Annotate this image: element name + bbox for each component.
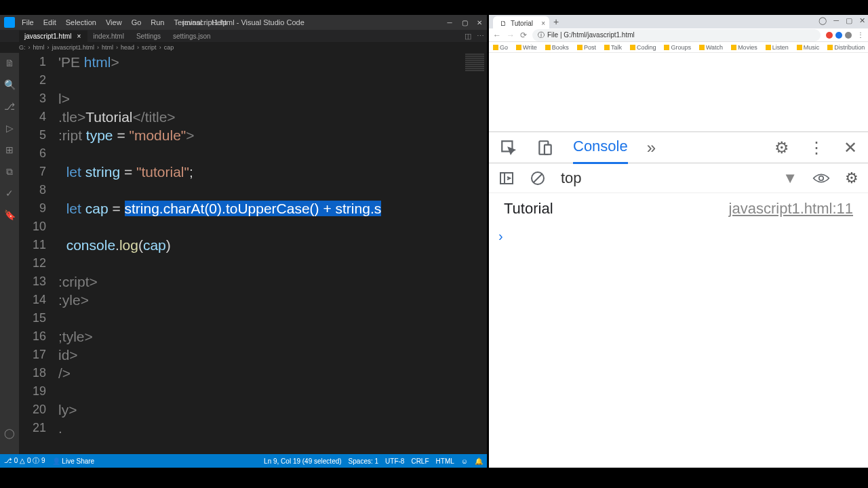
log-source-link[interactable]: javascript1.html:11 [729, 200, 853, 218]
menu-terminal[interactable]: Terminal [174, 18, 203, 26]
status-spaces[interactable]: Spaces: 1 [349, 458, 378, 465]
bookmark-item[interactable]: Movies [731, 44, 757, 51]
window-maximize-button[interactable]: ▢ [846, 16, 852, 25]
minimap[interactable] [462, 53, 487, 468]
devtools-close-icon[interactable]: ✕ [844, 138, 857, 157]
breadcrumb-item[interactable]: cap [164, 44, 174, 51]
test-icon[interactable]: ✓ [3, 187, 16, 199]
status-live-share[interactable]: 👤 Live Share [52, 458, 95, 465]
explorer-icon[interactable]: 🗎 [3, 57, 16, 69]
bookmark-item[interactable]: Distribution [827, 44, 865, 51]
console-sidebar-toggle-icon[interactable] [498, 170, 515, 186]
run-debug-icon[interactable]: ▷ [3, 122, 16, 134]
code-line[interactable]: 9 let cap = string.charAt(0).toUpperCase… [19, 199, 487, 218]
status-cursor[interactable]: Ln 9, Col 19 (49 selected) [264, 458, 342, 465]
editor-tab-javascript1[interactable]: javascript1.html × [19, 30, 87, 42]
code-line[interactable]: 6 [19, 144, 487, 163]
device-toolbar-icon[interactable] [536, 139, 554, 157]
code-line[interactable]: 2 [19, 71, 487, 89]
devtools-settings-icon[interactable]: ⚙ [774, 138, 789, 157]
menu-run[interactable]: Run [151, 18, 164, 26]
code-line[interactable]: 21. [19, 419, 487, 437]
console-prompt[interactable]: › [489, 224, 868, 248]
bookmark-item[interactable]: Write [516, 44, 537, 51]
extension-icon[interactable] [835, 32, 842, 39]
bookmark-item[interactable]: Groups [664, 44, 691, 51]
code-line[interactable]: 7 let string = "tutorial"; [19, 163, 487, 181]
window-maximize-button[interactable]: ▢ [457, 15, 472, 30]
search-icon[interactable]: 🔍 [3, 79, 16, 91]
code-line[interactable]: 4.tle>Tutorial</title> [19, 108, 487, 126]
devtools-tab-console[interactable]: Console [573, 131, 628, 164]
extension-icon[interactable] [845, 32, 852, 39]
back-button[interactable]: ← [493, 30, 501, 40]
bookmark-item[interactable]: Post [577, 44, 596, 51]
code-line[interactable]: 1'PE html> [19, 53, 487, 71]
status-eol[interactable]: CRLF [411, 458, 429, 465]
forward-button[interactable]: → [507, 30, 515, 40]
context-selector[interactable]: top ▼ [561, 169, 797, 187]
menu-edit[interactable]: Edit [43, 18, 56, 26]
bookmark-icon[interactable]: 🔖 [3, 209, 16, 221]
breadcrumb-item[interactable]: javascript1.html [52, 44, 95, 51]
code-line[interactable]: 11 console.log(cap) [19, 236, 487, 254]
more-actions-icon[interactable]: ⋯ [477, 32, 484, 41]
more-tabs-icon[interactable]: » [647, 138, 656, 157]
tab-close-icon[interactable]: × [541, 20, 545, 27]
inspect-element-icon[interactable] [500, 139, 517, 157]
code-line[interactable]: 14:yle> [19, 291, 487, 309]
breadcrumb-item[interactable]: head [121, 44, 134, 51]
source-control-icon[interactable]: ⎇ [3, 100, 16, 113]
code-line[interactable]: 15 [19, 309, 487, 327]
extensions-icon[interactable]: ⊞ [3, 144, 16, 156]
accounts-icon[interactable]: ◯ [3, 427, 16, 439]
status-feedback-icon[interactable]: ☺ [461, 458, 468, 465]
devtools-menu-icon[interactable]: ⋮ [808, 138, 825, 157]
menu-view[interactable]: View [106, 18, 122, 26]
code-line[interactable]: 3l> [19, 89, 487, 108]
editor-tab-settings-json[interactable]: settings.json [167, 30, 218, 42]
code-line[interactable]: 17id> [19, 346, 487, 364]
status-problems[interactable]: ⎇ 0 △ 0 ⓘ 9 [4, 456, 45, 466]
code-line[interactable]: 19 [19, 382, 487, 401]
new-tab-button[interactable]: + [553, 16, 559, 28]
status-language[interactable]: HTML [436, 458, 454, 465]
bookmark-item[interactable]: Watch [699, 44, 723, 51]
menu-selection[interactable]: Selection [66, 18, 96, 26]
bookmark-item[interactable]: Coding [630, 44, 656, 51]
window-close-button[interactable]: ✕ [472, 15, 487, 30]
split-editor-icon[interactable]: ◫ [465, 32, 471, 41]
code-line[interactable]: 18/> [19, 364, 487, 382]
breadcrumb[interactable]: G: › html › javascript1.html › html › he… [0, 42, 487, 53]
menu-help[interactable]: Help [212, 18, 227, 26]
menu-file[interactable]: File [22, 18, 34, 26]
status-encoding[interactable]: UTF-8 [385, 458, 404, 465]
code-line[interactable]: 16;tyle> [19, 327, 487, 346]
breadcrumb-item[interactable]: G: [19, 44, 26, 51]
reload-button[interactable]: ⟳ [520, 30, 527, 40]
code-line[interactable]: 10 [19, 218, 487, 236]
clear-console-icon[interactable] [530, 170, 546, 186]
breadcrumb-item[interactable]: html [102, 44, 113, 51]
live-expression-icon[interactable] [812, 172, 830, 184]
tab-close-icon[interactable]: × [77, 33, 81, 40]
code-editor[interactable]: 1'PE html>23l>4.tle>Tutorial</title>5:ri… [19, 53, 487, 468]
bookmark-item[interactable]: Music [797, 44, 820, 51]
breadcrumb-item[interactable]: html [33, 44, 45, 51]
code-line[interactable]: 13:cript> [19, 272, 487, 291]
url-input[interactable]: ⓘ File | G:/html/javascript1.html [532, 29, 821, 41]
editor-tab-index[interactable]: index.html [87, 30, 131, 42]
console-settings-icon[interactable]: ⚙ [845, 169, 859, 187]
code-line[interactable]: 20ly> [19, 401, 487, 419]
window-minimize-button[interactable]: ─ [442, 15, 457, 30]
remote-icon[interactable]: ⧉ [3, 165, 16, 178]
extension-icon[interactable] [826, 32, 833, 39]
bookmark-item[interactable]: Go [493, 44, 508, 51]
status-bell-icon[interactable]: 🔔 [475, 458, 483, 465]
window-minimize-button[interactable]: ─ [833, 16, 839, 25]
chrome-tab[interactable]: 🗋 Tutorial × [493, 16, 549, 28]
editor-tab-settings[interactable]: Settings [131, 30, 167, 42]
chrome-account-icon[interactable]: ◯ [818, 16, 827, 25]
code-line[interactable]: 8 [19, 181, 487, 199]
chrome-menu-icon[interactable]: ⋮ [857, 31, 864, 39]
